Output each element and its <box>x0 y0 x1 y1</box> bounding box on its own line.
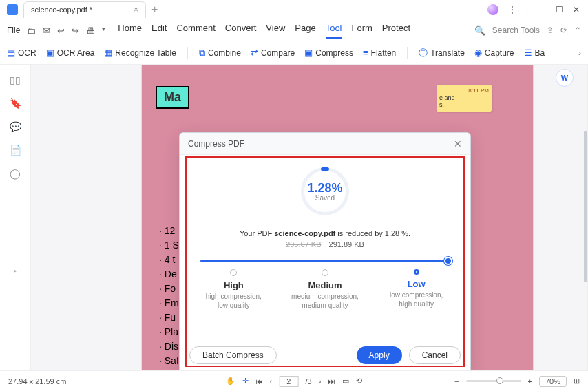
search-placeholder[interactable]: Search Tools <box>492 25 540 35</box>
page-input[interactable]: 2 <box>279 376 298 387</box>
first-page-icon[interactable]: ⏮ <box>255 377 263 385</box>
collapse-icon[interactable]: ⌃ <box>574 25 581 35</box>
compress-option-medium[interactable]: Mediummedium compression,medium quality <box>284 269 366 310</box>
word-export-icon[interactable]: W <box>556 69 574 87</box>
batch-compress-button[interactable]: Batch Compress <box>189 346 277 364</box>
apply-button[interactable]: Apply <box>357 346 402 364</box>
zoom-slider[interactable] <box>466 380 521 382</box>
menu-edit[interactable]: Edit <box>151 23 167 39</box>
minimize-icon[interactable]: ― <box>538 5 546 14</box>
prev-page-icon[interactable]: ‹ <box>270 377 273 385</box>
close-dialog-icon[interactable]: ✕ <box>454 138 462 149</box>
maximize-icon[interactable]: ☐ <box>556 5 563 14</box>
search-panel-icon[interactable]: ◯ <box>10 168 21 179</box>
tool-ocr-area[interactable]: ▣OCR Area <box>46 47 95 58</box>
tool-combine[interactable]: ⧉Combine <box>199 47 241 59</box>
page-total: /3 <box>305 377 311 385</box>
document-tab[interactable]: science-copy.pdf * × <box>23 1 146 18</box>
undo-icon[interactable]: ↩ <box>57 25 65 36</box>
tool-capture[interactable]: ◉Capture <box>474 47 514 58</box>
page-heading: Ma <box>156 86 189 109</box>
menu-view[interactable]: View <box>266 23 285 39</box>
menu-home[interactable]: Home <box>118 23 142 39</box>
compression-slider[interactable] <box>200 260 450 262</box>
cloud-icon[interactable]: ⟳ <box>560 25 567 35</box>
rotate-icon[interactable]: ⟲ <box>356 377 362 385</box>
close-window-icon[interactable]: ✕ <box>573 5 580 14</box>
share-icon[interactable]: ⇪ <box>547 25 554 35</box>
sticky-note[interactable]: 8:11 PM e and s. <box>437 85 492 112</box>
compress-dialog: Compress PDF ✕ 1.28% Saved Your PDF scie… <box>179 132 471 370</box>
toolbar-more-icon[interactable]: › <box>578 48 581 58</box>
compress-option-high[interactable]: Highhigh compression,low quality <box>192 269 275 310</box>
tool-recognize-table[interactable]: ▦Recognize Table <box>104 47 176 58</box>
tool-translate[interactable]: ⓉTranslate <box>419 47 465 59</box>
zoom-level[interactable]: 70% <box>539 376 567 387</box>
old-size: 295.67 KB <box>286 240 321 249</box>
search-icon[interactable]: 🔍 <box>474 25 485 36</box>
mail-icon[interactable]: ✉ <box>43 25 50 36</box>
select-tool-icon[interactable]: ✛ <box>242 377 249 385</box>
save-icon[interactable]: 🗀 <box>27 25 36 36</box>
compress-message: Your PDF science-copy.pdf is reduced by … <box>180 229 470 237</box>
saved-label: Saved <box>315 194 335 202</box>
comment-icon[interactable]: 💬 <box>10 121 21 132</box>
zoom-out-icon[interactable]: − <box>454 377 459 385</box>
radio-icon <box>322 269 328 276</box>
redo-icon[interactable]: ↪ <box>72 25 79 36</box>
cancel-button[interactable]: Cancel <box>409 346 461 364</box>
menu-comment[interactable]: Comment <box>176 23 215 39</box>
scrollbar[interactable] <box>584 131 587 282</box>
new-size: 291.89 KB <box>329 240 364 249</box>
print-icon[interactable]: 🖶 <box>86 25 95 36</box>
percent-saved: 1.28% <box>307 181 342 196</box>
slider-knob[interactable] <box>444 257 452 265</box>
menu-protect[interactable]: Protect <box>382 23 410 39</box>
tool-ba[interactable]: ☰Ba <box>524 47 545 58</box>
radio-icon <box>230 269 237 276</box>
sticky-l1: e and <box>439 94 489 102</box>
expand-rail-icon[interactable]: ▸ <box>14 267 17 274</box>
menu-tool[interactable]: Tool <box>326 23 342 39</box>
sticky-time: 8:11 PM <box>439 87 489 94</box>
attachment-icon[interactable]: 📄 <box>10 145 21 156</box>
dialog-title: Compress PDF <box>188 139 244 149</box>
tool-compare[interactable]: ⇄Compare <box>251 47 295 58</box>
divider: | <box>526 5 528 14</box>
thumbnails-icon[interactable]: ▯▯ <box>10 74 21 85</box>
tool-compress[interactable]: ▣Compress <box>304 47 353 58</box>
kebab-icon[interactable]: ⋮ <box>508 5 516 14</box>
zoom-in-icon[interactable]: + <box>528 377 532 385</box>
fit-icon[interactable]: ▭ <box>342 377 349 385</box>
tool-ocr[interactable]: ▤OCR <box>7 47 36 58</box>
compress-option-low[interactable]: Lowlow compression,high quality <box>375 269 458 310</box>
last-page-icon[interactable]: ⏭ <box>328 377 335 385</box>
app-icon <box>7 4 18 15</box>
close-tab-icon[interactable]: × <box>134 5 138 14</box>
hand-tool-icon[interactable]: ✋ <box>226 377 235 385</box>
next-page-icon[interactable]: › <box>319 377 322 385</box>
tab-title: science-copy.pdf * <box>31 6 92 14</box>
progress-ring: 1.28% Saved <box>301 167 349 215</box>
page-dimensions: 27.94 x 21.59 cm <box>8 377 66 385</box>
fit-page-icon[interactable]: ⊞ <box>574 377 580 385</box>
menu-form[interactable]: Form <box>352 23 372 39</box>
tool-flatten[interactable]: ≡Flatten <box>363 47 396 58</box>
menu-page[interactable]: Page <box>295 23 315 39</box>
file-menu[interactable]: File <box>7 25 20 35</box>
sticky-l2: s. <box>439 101 489 109</box>
new-tab-button[interactable]: + <box>151 3 158 16</box>
user-avatar-icon[interactable] <box>487 4 498 15</box>
menu-convert[interactable]: Convert <box>225 23 257 39</box>
bookmark-icon[interactable]: 🔖 <box>10 98 21 109</box>
radio-icon <box>414 269 419 275</box>
chevron-down-icon[interactable]: ▾ <box>102 25 105 36</box>
